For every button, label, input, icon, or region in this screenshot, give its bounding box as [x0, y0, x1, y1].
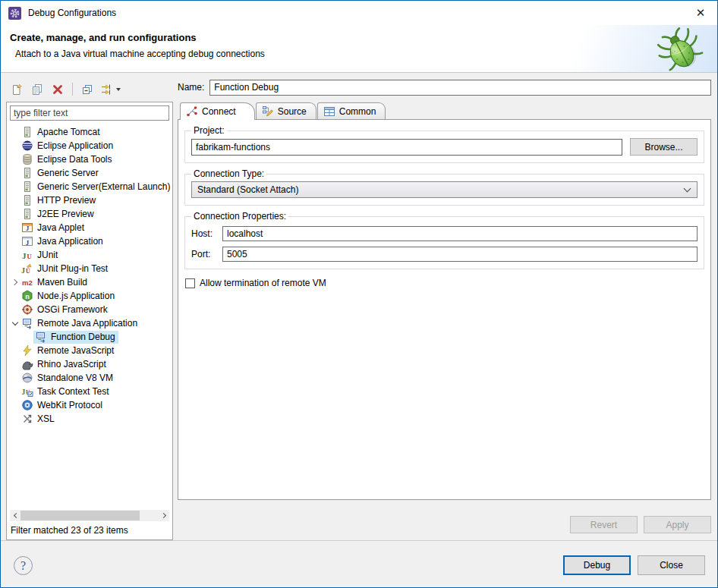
window-title: Debug Configurations [28, 8, 116, 18]
tree-item-task-context-test[interactable]: JUTask Context Test [7, 385, 172, 398]
tree-item-eclipse-application[interactable]: Eclipse Application [7, 139, 172, 153]
header-banner: Create, manage, and run configurations A… [1, 25, 717, 73]
scroll-right-arrow[interactable] [159, 510, 169, 521]
tree-item-node-js-application[interactable]: nNode.js Application [7, 289, 172, 303]
configuration-tree: Apache TomcatEclipse ApplicationEclipse … [7, 124, 172, 510]
tree-item-junit[interactable]: JUJUnit [7, 248, 172, 262]
apply-button[interactable]: Apply [644, 516, 711, 533]
tree-item-webkit-protocol[interactable]: WebKit Protocol [7, 398, 172, 412]
osgi-icon [21, 303, 33, 316]
tree-item-xsl[interactable]: XSL [7, 412, 172, 426]
tree-item-label: Standalone V8 VM [37, 373, 113, 383]
eclipse-gear-icon [8, 7, 21, 20]
webkit-icon [21, 399, 33, 411]
tab-common[interactable]: Common [317, 102, 386, 119]
duplicate-configuration-button[interactable] [28, 81, 46, 98]
collapse-all-button[interactable] [78, 81, 96, 98]
tree-item-label: WebKit Protocol [37, 400, 102, 410]
name-input[interactable] [209, 80, 711, 96]
project-input[interactable] [191, 139, 622, 156]
scroll-left-arrow[interactable] [10, 510, 20, 521]
tree-item-label: XSL [37, 413, 55, 424]
tree-item-j2ee-preview[interactable]: J2EE Preview [7, 207, 172, 221]
tree-item-label: Eclipse Application [37, 140, 113, 151]
connection-properties-group-label: Connection Properties: [191, 211, 288, 222]
connection-type-select[interactable]: Standard (Socket Attach) [191, 181, 698, 198]
filter-configurations-button[interactable] [99, 81, 123, 98]
expander[interactable] [10, 280, 20, 285]
allow-termination-checkbox[interactable] [185, 278, 195, 288]
tree-item-label: Node.js Application [37, 291, 115, 301]
xsl-icon [21, 413, 33, 425]
server-icon [21, 126, 33, 138]
tree-item-label: Generic Server(External Launch) [37, 181, 170, 192]
new-configuration-button[interactable] [8, 81, 26, 98]
tree-item-junit-plug-in-test[interactable]: JUJUnit Plug-in Test [7, 262, 172, 275]
tree-item-label: Java Applet [37, 222, 84, 233]
titlebar: Debug Configurations ✕ [1, 1, 717, 25]
java-applet-icon: J [21, 222, 33, 234]
database-icon [21, 153, 33, 165]
horizontal-scrollbar[interactable] [10, 510, 169, 521]
tree-item-java-application[interactable]: JJava Application [7, 234, 172, 248]
tree-item-label: Apache Tomcat [37, 127, 100, 137]
server-icon [21, 181, 33, 193]
host-input[interactable] [222, 226, 698, 241]
tree-item-label: J2EE Preview [37, 209, 94, 219]
tree-item-osgi-framework[interactable]: OSGi Framework [7, 303, 172, 316]
tree-item-http-preview[interactable]: HTTP Preview [7, 193, 172, 207]
tree-item-java-applet[interactable]: JJava Applet [7, 221, 172, 234]
tree-item-rhino-javascript[interactable]: Rhino JavaScript [7, 357, 172, 371]
server-icon [21, 194, 33, 206]
port-input[interactable] [222, 247, 698, 262]
nodejs-icon: n [21, 290, 33, 302]
tree-item-standalone-v8-vm[interactable]: Standalone V8 VM [7, 371, 172, 385]
scrollbar-track[interactable] [20, 510, 159, 521]
server-icon [21, 208, 33, 220]
v8-icon [21, 372, 33, 384]
svg-text:J: J [22, 388, 26, 396]
java-application-icon: J [21, 235, 33, 247]
tree-item-eclipse-data-tools[interactable]: Eclipse Data Tools [7, 153, 172, 166]
filter-input[interactable] [10, 105, 169, 121]
tree-item-remote-java-application[interactable]: Remote Java Application [7, 316, 172, 330]
scrollbar-thumb[interactable] [20, 511, 140, 520]
tree-item-remote-javascript[interactable]: Remote JavaScript [7, 344, 172, 357]
sidebar-toolbar [6, 79, 173, 99]
dialog-body: Apache TomcatEclipse ApplicationEclipse … [1, 74, 717, 540]
editor-tabs: Connect Source Common [178, 102, 711, 119]
close-window-button[interactable]: ✕ [688, 4, 713, 22]
chevron-down-icon [684, 184, 691, 192]
tree-item-label: Maven Build [37, 277, 87, 288]
tree-item-label: Generic Server [37, 168, 99, 178]
name-label: Name: [178, 82, 204, 93]
server-icon [21, 167, 33, 179]
tree-item-maven-build[interactable]: m2Maven Build [7, 275, 172, 289]
debug-bug-icon [656, 26, 704, 73]
duplicate-icon [31, 83, 43, 96]
connection-properties-group: Connection Properties: Host: Port: [184, 211, 704, 269]
maven-icon: m2 [21, 276, 33, 288]
svg-text:J: J [22, 251, 27, 260]
delete-configuration-button[interactable] [49, 81, 67, 98]
tree-item-label: JUnit [37, 250, 58, 260]
tree-item-generic-server[interactable]: Generic Server [7, 166, 172, 180]
tree-item-generic-server-external-launch[interactable]: Generic Server(External Launch) [7, 180, 172, 193]
debug-button[interactable]: Debug [563, 555, 631, 575]
close-button[interactable]: Close [638, 555, 705, 575]
new-config-icon [11, 83, 23, 96]
tab-connect[interactable]: Connect [180, 102, 255, 120]
expander[interactable] [10, 322, 20, 325]
toolbar-separator [72, 83, 73, 96]
task-context-icon: JU [21, 385, 33, 398]
tree-item-label: Rhino JavaScript [37, 359, 106, 369]
revert-button[interactable]: Revert [570, 516, 638, 533]
tree-item-apache-tomcat[interactable]: Apache Tomcat [7, 125, 172, 139]
connect-tab-panel: Project: Browse... Connection Type: Stan… [178, 119, 711, 500]
help-button[interactable]: ? [14, 556, 33, 575]
tree-item-function-debug[interactable]: Function Debug [7, 330, 172, 344]
tree-item-label: HTTP Preview [37, 195, 96, 206]
tab-source[interactable]: Source [256, 102, 316, 119]
browse-button[interactable]: Browse... [630, 138, 698, 156]
sidebar: Apache TomcatEclipse ApplicationEclipse … [6, 79, 173, 540]
